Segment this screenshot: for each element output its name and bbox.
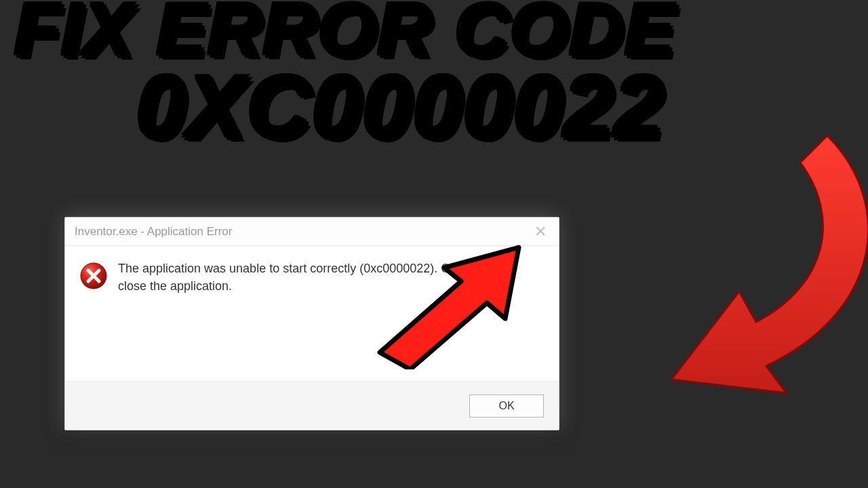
error-dialog: Inventor.exe - Application Error ✕ The a… xyxy=(64,217,559,430)
error-icon xyxy=(80,262,107,368)
ok-button[interactable]: OK xyxy=(469,394,544,418)
dialog-button-row: OK xyxy=(65,381,559,430)
headline-line2: 0XC0000022 xyxy=(136,64,675,148)
headline-line1: FIX ERROR CODE xyxy=(14,0,675,64)
dialog-message: The application was unable to start corr… xyxy=(118,260,545,368)
dialog-content: The application was unable to start corr… xyxy=(65,246,559,368)
dialog-titlebar[interactable]: Inventor.exe - Application Error ✕ xyxy=(65,218,559,246)
curved-arrow-icon xyxy=(610,122,868,420)
thumbnail-headline: FIX ERROR CODE 0XC0000022 xyxy=(14,0,675,148)
close-icon[interactable]: ✕ xyxy=(529,222,552,242)
dialog-title: Inventor.exe - Application Error xyxy=(75,225,232,239)
